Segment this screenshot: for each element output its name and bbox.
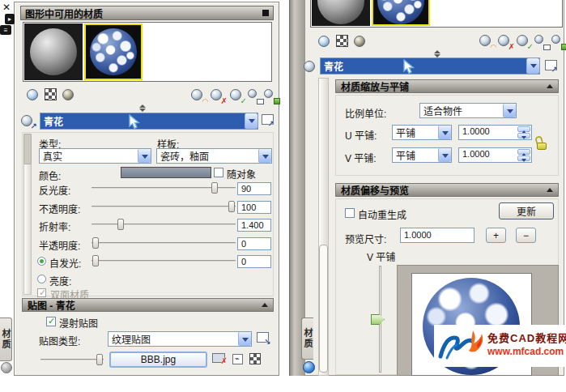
apply-to-objects-icon[interactable] xyxy=(534,34,548,48)
remove-from-objects-icon[interactable] xyxy=(551,34,565,48)
create-material-icon[interactable] xyxy=(479,34,493,48)
chevron-down-icon[interactable] xyxy=(138,149,151,163)
splitter-handle[interactable] xyxy=(434,50,440,58)
v-tile-combo[interactable]: 平铺 xyxy=(392,147,452,163)
map-type-combo[interactable]: 纹理贴图 xyxy=(108,331,252,347)
u-tile-spinner[interactable]: 1.0000 xyxy=(458,125,532,140)
chevron-down-icon[interactable] xyxy=(245,113,257,129)
open-material-editor-icon[interactable] xyxy=(262,114,274,125)
adjust-bitmap-icon[interactable]: ⌁ xyxy=(232,354,243,364)
preview-zoom-out-button[interactable]: − xyxy=(516,228,536,243)
self-illumination-slider[interactable] xyxy=(91,255,236,267)
materials-workspace: ▸ ≡ 图形中可用的材质 青花 类型: 样板: 真实 瓷砖，釉面 颜色: xyxy=(0,0,566,392)
template-combo[interactable]: 瓷砖，釉面 xyxy=(156,148,272,164)
spin-down-icon[interactable] xyxy=(517,133,530,138)
maps-section-header[interactable]: 贴图 - 青花 xyxy=(22,298,274,312)
splitter-handle[interactable] xyxy=(139,104,146,112)
properties-icon[interactable]: ≡ xyxy=(0,25,11,35)
spin-up-icon[interactable] xyxy=(517,149,530,155)
spinner-arrows[interactable] xyxy=(517,126,530,138)
material-swatch-selected[interactable] xyxy=(372,0,430,26)
shininess-value[interactable]: 90 xyxy=(237,182,271,195)
collapse-button[interactable] xyxy=(262,10,269,16)
offset-section-header[interactable]: 材质偏移与预览 xyxy=(335,183,559,197)
swatch-geometry-icon[interactable] xyxy=(318,35,331,48)
preview-size-field[interactable]: 1.0000 xyxy=(400,228,475,243)
shininess-label: 反光度: xyxy=(39,183,70,197)
sync-map-settings-icon[interactable] xyxy=(249,353,261,364)
material-select-combo[interactable]: 青花 xyxy=(40,113,258,130)
u-tile-combo[interactable]: 平铺 xyxy=(392,125,452,140)
palette-scrollbar-thumb[interactable] xyxy=(319,245,328,373)
lock-body xyxy=(537,143,547,150)
chevron-down-icon[interactable] xyxy=(258,149,271,163)
autohide-icon[interactable]: ▸ xyxy=(5,14,15,24)
select-image-icon[interactable] xyxy=(257,332,269,343)
self-illumination-value[interactable]: 0 xyxy=(237,255,271,268)
sphere-icon xyxy=(264,89,273,98)
chevron-down-icon[interactable] xyxy=(438,148,451,162)
swatch-lighting-icon[interactable] xyxy=(354,35,367,48)
chevron-down-icon[interactable] xyxy=(526,58,539,74)
badge xyxy=(527,43,534,51)
swatch-geometry-icon[interactable] xyxy=(27,88,40,101)
scale-units-combo[interactable]: 适合物件 xyxy=(419,103,517,118)
remove-from-objects-icon[interactable] xyxy=(264,88,278,102)
close-icon[interactable] xyxy=(2,2,13,13)
purge-material-icon[interactable] xyxy=(498,34,512,48)
chevron-down-icon[interactable] xyxy=(438,126,451,139)
lock-icon[interactable] xyxy=(535,136,548,151)
open-material-editor-icon[interactable] xyxy=(545,60,557,70)
chevron-down-icon[interactable] xyxy=(503,104,516,117)
opacity-value[interactable]: 100 xyxy=(237,201,271,214)
preview-zoom-in-button[interactable]: + xyxy=(486,228,506,243)
update-button[interactable]: 更新 xyxy=(499,202,554,219)
create-material-icon[interactable] xyxy=(191,88,205,102)
chevron-down-icon[interactable] xyxy=(238,332,251,346)
palette-titlebar[interactable]: 图形中可用的材质 xyxy=(20,6,274,20)
spin-down-icon[interactable] xyxy=(517,156,530,161)
indicate-in-use-icon[interactable] xyxy=(517,34,530,48)
by-object-checkbox[interactable] xyxy=(214,168,223,177)
two-sided-checkbox[interactable] xyxy=(37,288,46,297)
settings-scrollbar-thumb[interactable] xyxy=(23,134,32,164)
checkered-underlay-icon[interactable] xyxy=(336,35,348,47)
shininess-slider[interactable] xyxy=(91,182,236,194)
translucency-value[interactable]: 0 xyxy=(237,237,271,250)
preview-size-label: 预览尺寸: xyxy=(345,232,386,245)
luminance-radio[interactable] xyxy=(37,275,46,283)
indicate-in-use-icon[interactable] xyxy=(230,88,244,102)
material-swatch-global[interactable] xyxy=(24,23,83,80)
refraction-value[interactable]: 1.400 xyxy=(237,219,271,232)
spin-up-icon[interactable] xyxy=(517,126,530,132)
badge xyxy=(268,120,274,128)
opacity-slider[interactable] xyxy=(91,201,236,213)
material-swatch-selected[interactable] xyxy=(84,23,143,80)
color-swatch[interactable] xyxy=(121,167,211,178)
map-strength-slider[interactable] xyxy=(40,354,104,365)
apply-to-objects-icon[interactable] xyxy=(248,88,262,102)
map-file-button[interactable]: BBB.jpg xyxy=(109,352,207,368)
material-select-combo[interactable]: 青花 xyxy=(320,58,540,75)
swatch-lighting-icon[interactable] xyxy=(62,88,75,101)
material-swatch-global[interactable] xyxy=(312,0,370,26)
sphere-icon xyxy=(479,35,491,46)
maps-header-label: 贴图 - 青花 xyxy=(28,298,75,312)
refraction-slider[interactable] xyxy=(91,219,236,231)
v-tile-spinner[interactable]: 1.0000 xyxy=(458,147,532,163)
self-illumination-radio[interactable] xyxy=(37,257,46,266)
type-combo[interactable]: 真实 xyxy=(39,148,151,164)
scale-section-header[interactable]: 材质缩放与平铺 xyxy=(335,79,559,93)
sphere-icon xyxy=(534,35,543,44)
translucency-slider[interactable] xyxy=(91,237,236,249)
apply-material-icon[interactable] xyxy=(304,60,317,73)
apply-material-icon[interactable] xyxy=(21,114,34,127)
auto-regen-checkbox[interactable] xyxy=(345,208,355,218)
palette-tab-material-right[interactable]: 材质 xyxy=(301,317,313,360)
purge-material-icon[interactable] xyxy=(211,88,224,102)
checkered-underlay-icon[interactable] xyxy=(45,88,57,100)
spinner-arrows[interactable] xyxy=(517,149,530,161)
delete-map-icon[interactable] xyxy=(212,353,225,363)
diffuse-map-checkbox[interactable] xyxy=(46,317,56,326)
palette-tab-material-left[interactable]: 材质 xyxy=(0,317,12,361)
